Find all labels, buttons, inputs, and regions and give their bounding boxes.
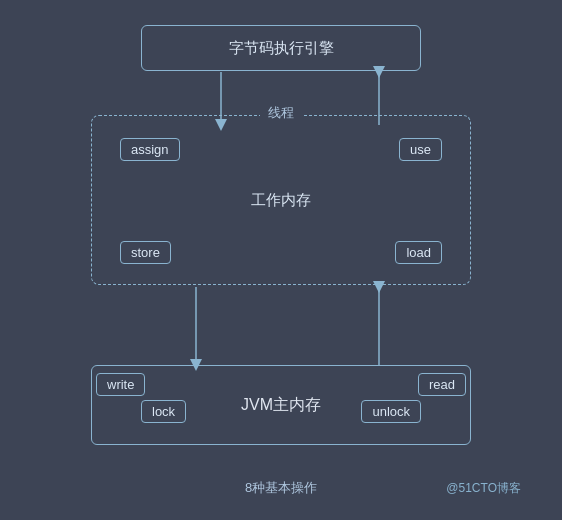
thread-label: 线程: [260, 104, 302, 122]
read-button: read: [418, 373, 466, 396]
bytecode-engine-box: 字节码执行引擎: [141, 25, 421, 71]
eight-ops-label: 8种基本操作: [245, 479, 317, 497]
thread-box: 线程 工作内存 assign use store load: [91, 115, 471, 285]
use-button: use: [399, 138, 442, 161]
cto-label: @51CTO博客: [446, 480, 521, 497]
main-mem-label: JVM主内存: [241, 395, 321, 416]
load-button: load: [395, 241, 442, 264]
work-mem-label: 工作内存: [251, 191, 311, 210]
assign-button: assign: [120, 138, 180, 161]
bytecode-engine-label: 字节码执行引擎: [229, 39, 334, 58]
store-button: store: [120, 241, 171, 264]
lock-button: lock: [141, 400, 186, 423]
diagram-container: 字节码执行引擎 线程 工作内存 assign use store load JV…: [21, 15, 541, 505]
write-button: write: [96, 373, 145, 396]
unlock-button: unlock: [361, 400, 421, 423]
